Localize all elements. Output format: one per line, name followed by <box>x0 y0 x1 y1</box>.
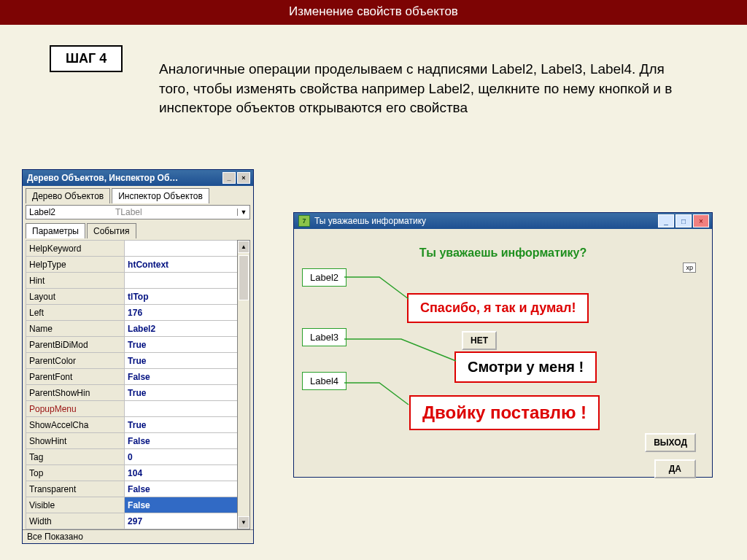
chevron-down-icon[interactable]: ▼ <box>237 209 249 216</box>
property-row[interactable]: Top104 <box>26 465 250 481</box>
form-titlebar[interactable]: 7 Ты уважаешь информатику _ □ × <box>294 213 712 229</box>
property-name: Hint <box>26 273 125 289</box>
property-name: ParentFont <box>26 369 125 385</box>
property-name: Name <box>26 321 125 337</box>
tab-object-inspector[interactable]: Инспектор Объектов <box>112 188 209 203</box>
tab-object-tree[interactable]: Дерево Объектов <box>26 188 110 203</box>
property-name: Layout <box>26 289 125 305</box>
slide-title: Изменение свойств объектов <box>0 0 747 25</box>
property-name: ParentShowHin <box>26 385 125 401</box>
form-designer-window: 7 Ты уважаешь информатику _ □ × Ты уважа… <box>293 212 713 478</box>
property-value[interactable]: htContext <box>125 257 250 273</box>
property-name: ParentBiDiMod <box>26 337 125 353</box>
property-value[interactable]: Label2 <box>125 321 250 337</box>
property-value[interactable]: 0 <box>125 449 250 465</box>
scroll-up-icon[interactable]: ▲ <box>238 241 249 253</box>
property-value[interactable]: 176 <box>125 305 250 321</box>
property-value[interactable]: 104 <box>125 465 250 481</box>
label4[interactable]: Двойку поставлю ! <box>409 395 600 430</box>
status-bar: Все Показано <box>23 529 253 543</box>
label2[interactable]: Спасибо, я так и думал! <box>407 293 589 323</box>
property-value[interactable]: 297 <box>125 513 250 529</box>
form-design-surface[interactable]: Ты уважаешь информатику? xp Спасибо, я т… <box>294 229 712 477</box>
callout-label3: Label3 <box>302 328 347 346</box>
property-row[interactable]: TransparentFalse <box>26 481 250 497</box>
property-name: Transparent <box>26 481 125 497</box>
property-value[interactable]: True <box>125 385 250 401</box>
label3[interactable]: Смотри у меня ! <box>454 351 597 383</box>
property-name: Tag <box>26 449 125 465</box>
yes-button[interactable]: ДА <box>654 459 696 478</box>
property-row[interactable]: Width297 <box>26 513 250 529</box>
property-row[interactable]: ParentFontFalse <box>26 369 250 385</box>
xp-manifest-component[interactable]: xp <box>683 262 696 273</box>
property-row[interactable]: NameLabel2 <box>26 321 250 337</box>
property-row[interactable]: Hint <box>26 273 250 289</box>
property-name: HelpKeyword <box>26 241 125 257</box>
property-row[interactable]: HelpTypehtContext <box>26 257 250 273</box>
tab-events[interactable]: События <box>87 223 136 238</box>
property-row[interactable]: ParentColorTrue <box>26 353 250 369</box>
property-value[interactable]: False <box>125 369 250 385</box>
property-row[interactable]: Left176 <box>26 305 250 321</box>
property-value[interactable]: tlTop <box>125 289 250 305</box>
delphi-form-icon: 7 <box>298 215 310 227</box>
property-name: ShowHint <box>26 433 125 449</box>
tab-params[interactable]: Параметры <box>26 223 85 238</box>
property-row[interactable]: ParentShowHinTrue <box>26 385 250 401</box>
body-text: Аналогичные операции проделываем с надпи… <box>159 60 689 118</box>
property-row[interactable]: HelpKeyword <box>26 241 250 257</box>
property-name: HelpType <box>26 257 125 273</box>
property-value[interactable]: True <box>125 417 250 433</box>
minimize-icon[interactable]: _ <box>658 214 674 228</box>
property-value[interactable] <box>125 401 250 417</box>
property-row[interactable]: ParentBiDiModTrue <box>26 337 250 353</box>
minimize-icon[interactable]: _ <box>222 172 236 184</box>
close-icon[interactable]: × <box>693 214 709 228</box>
property-row[interactable]: ShowHintFalse <box>26 433 250 449</box>
property-value[interactable]: True <box>125 353 250 369</box>
label1[interactable]: Ты уважаешь информатику? <box>294 246 712 260</box>
exit-button[interactable]: ВЫХОД <box>645 433 696 452</box>
no-button[interactable]: НЕТ <box>462 331 497 350</box>
step-badge: ШАГ 4 <box>50 45 123 72</box>
sub-tabstrip: Параметры События <box>23 221 253 238</box>
property-value[interactable] <box>125 241 250 257</box>
property-value[interactable]: False <box>125 497 250 513</box>
property-name: PopupMenu <box>26 401 125 417</box>
callout-label2: Label2 <box>302 268 347 287</box>
property-name: ParentColor <box>26 353 125 369</box>
property-grid: HelpKeywordHelpTypehtContextHintLayouttl… <box>26 240 250 529</box>
inspector-title-text: Дерево Объектов, Инспектор Об… <box>27 173 178 183</box>
close-icon[interactable]: × <box>237 172 250 184</box>
inspector-titlebar[interactable]: Дерево Объектов, Инспектор Об… _ × <box>23 170 253 186</box>
property-value[interactable] <box>125 273 250 289</box>
scroll-down-icon[interactable]: ▼ <box>238 516 249 529</box>
scroll-thumb[interactable] <box>239 255 249 300</box>
slide: Изменение свойств объектов ШАГ 4 Аналоги… <box>0 0 747 560</box>
property-value[interactable]: True <box>125 337 250 353</box>
component-type: TLabel <box>112 207 237 217</box>
component-name-input[interactable] <box>26 206 112 219</box>
property-value[interactable]: False <box>125 433 250 449</box>
top-tabstrip: Дерево Объектов Инспектор Объектов <box>23 186 253 203</box>
property-name: Width <box>26 513 125 529</box>
property-name: Left <box>26 305 125 321</box>
property-name: Top <box>26 465 125 481</box>
inspector-window: Дерево Объектов, Инспектор Об… _ × Дерев… <box>22 169 254 544</box>
component-selector[interactable]: TLabel ▼ <box>26 205 250 219</box>
callout-label4: Label4 <box>302 372 347 390</box>
property-row[interactable]: PopupMenu <box>26 401 250 417</box>
maximize-icon[interactable]: □ <box>676 214 692 228</box>
scrollbar[interactable]: ▲ ▼ <box>237 240 250 529</box>
property-row[interactable]: VisibleFalse <box>26 497 250 513</box>
form-title-text: Ты уважаешь информатику <box>314 216 426 226</box>
property-row[interactable]: LayouttlTop <box>26 289 250 305</box>
property-name: ShowAccelCha <box>26 417 125 433</box>
property-value[interactable]: False <box>125 481 250 497</box>
property-row[interactable]: ShowAccelChaTrue <box>26 417 250 433</box>
property-row[interactable]: Tag0 <box>26 449 250 465</box>
property-name: Visible <box>26 497 125 513</box>
